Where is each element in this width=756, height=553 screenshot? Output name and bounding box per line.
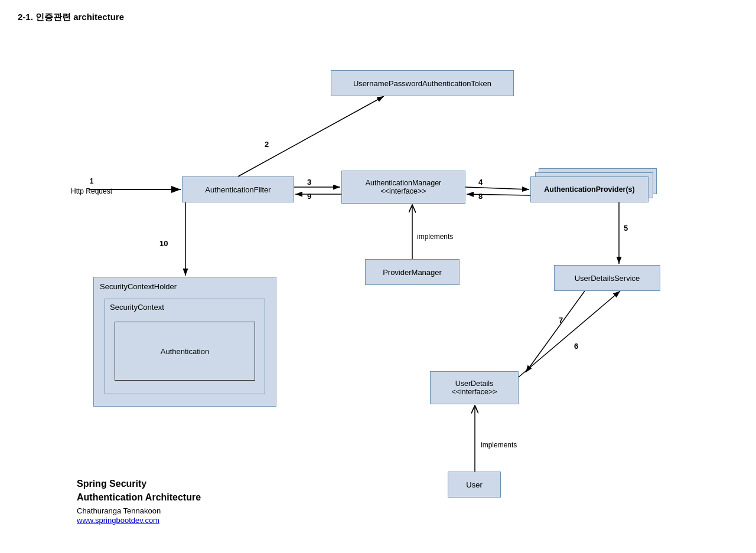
box-user: User [448, 472, 501, 498]
label-arrow5: 5 [624, 224, 628, 233]
svg-line-11 [526, 291, 585, 372]
user-label: User [466, 480, 482, 489]
box-security-context-holder: SecurityContextHolder SecurityContext Au… [93, 277, 276, 407]
box-user-details-service: UserDetailsService [554, 265, 660, 291]
security-context-holder-label: SecurityContextHolder [100, 282, 177, 291]
diagram-author: Chathuranga Tennakoon [77, 506, 201, 515]
label-arrow10: 10 [159, 239, 168, 248]
auth-provider-label: AuthenticationProvider(s) [544, 185, 635, 194]
svg-line-6 [465, 187, 529, 189]
label-implements1: implements [417, 233, 453, 241]
label-arrow8: 8 [478, 192, 483, 201]
diagram-container: UsernamePasswordAuthenticationToken Auth… [53, 41, 703, 525]
box-security-context: SecurityContext Authentication [105, 299, 265, 394]
diagram-title-line1: Spring Security [77, 477, 201, 490]
box-authentication: Authentication [115, 322, 255, 381]
label-arrow6: 6 [574, 342, 578, 351]
page-title: 2-1. 인증관련 architecture [18, 12, 738, 23]
user-details-service-label: UserDetailsService [575, 274, 640, 283]
label-implements2: implements [481, 441, 517, 449]
label-arrow7: 7 [559, 316, 563, 325]
auth-manager-label: AuthenticationManager<<interface>> [366, 179, 442, 195]
box-provider-manager: ProviderManager [365, 259, 460, 285]
label-arrow2: 2 [265, 140, 269, 149]
provider-manager-label: ProviderManager [383, 268, 442, 277]
svg-line-12 [519, 291, 620, 377]
label-arrow9: 9 [307, 192, 311, 201]
label-arrow3: 3 [307, 178, 311, 186]
box-auth-filter: AuthenticationFilter [182, 176, 294, 202]
svg-line-7 [467, 194, 530, 195]
username-token-label: UsernamePasswordAuthenticationToken [353, 79, 491, 88]
box-auth-provider: AuthenticationProvider(s) [530, 176, 649, 202]
authentication-label: Authentication [161, 347, 209, 356]
label-arrow4: 4 [478, 178, 483, 186]
bottom-text: Spring Security Authentication Architect… [77, 477, 201, 525]
box-username-token: UsernamePasswordAuthenticationToken [331, 70, 514, 96]
diagram-link[interactable]: www.springbootdev.com [77, 516, 159, 525]
auth-filter-label: AuthenticationFilter [205, 185, 271, 194]
diagram-title-line2: Authentication Architecture [77, 491, 201, 504]
user-details-label: UserDetails<<interface>> [451, 379, 497, 396]
security-context-label: SecurityContext [110, 303, 164, 312]
box-auth-manager: AuthenticationManager<<interface>> [341, 171, 465, 204]
svg-line-3 [238, 96, 384, 176]
label-http-request: 1 Http Request [71, 176, 112, 197]
box-user-details: UserDetails<<interface>> [430, 371, 519, 404]
